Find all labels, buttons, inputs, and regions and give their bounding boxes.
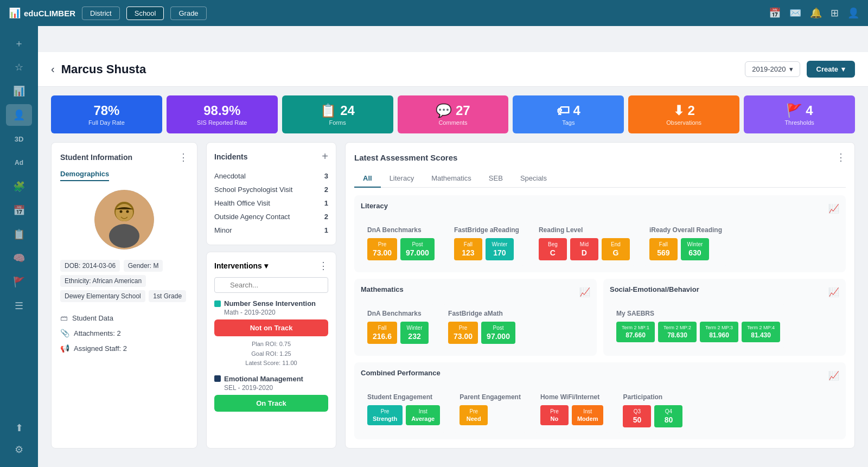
dna-benchmarks-title: DnA Benchmarks: [367, 226, 435, 234]
chevron-down-icon: ▾: [789, 65, 793, 73]
tab-literacy[interactable]: Literacy: [381, 170, 423, 188]
info-badges: DOB: 2014-03-06 Gender: M Ethnicity: Afr…: [60, 258, 188, 304]
mail-icon[interactable]: ✉️: [789, 7, 801, 19]
math-chart-icon[interactable]: 📈: [579, 287, 590, 297]
participation-chips: Q3 50 Q4 80: [623, 405, 682, 427]
calendar-icon[interactable]: 📅: [769, 7, 781, 19]
assessment-more-icon[interactable]: ⋮: [836, 151, 846, 163]
sidebar-item-puzzle[interactable]: 🧩: [6, 176, 32, 197]
math-label: Mathematics: [361, 285, 404, 293]
saebrs-chip-3: Term 2 MP:4 81.430: [742, 322, 780, 342]
tab-all[interactable]: All: [354, 170, 381, 188]
student-info-panel: Student Information ⋮ Demographics: [51, 142, 197, 449]
literacy-groups: DnA Benchmarks Pre 73.00 Post 97.000: [361, 221, 839, 266]
stats-bar: 78% Full Day Rate 98.9% SIS Reported Rat…: [51, 95, 855, 133]
fastbridge-title: FastBridge aReading: [454, 226, 519, 234]
wifi-chips: Pre No Inst Modem: [540, 405, 604, 425]
fastbridge-chip-1: Winter 170: [486, 238, 514, 260]
sidebar-item-calendar[interactable]: 📅: [6, 200, 32, 221]
brand-logo: 📊 eduCLIMBER: [9, 7, 75, 19]
interventions-more-icon[interactable]: ⋮: [318, 260, 328, 272]
incident-row-1: School Psychologist Visit 2: [214, 183, 328, 196]
sidebar-item-clipboard[interactable]: 📋: [6, 223, 32, 245]
user-icon[interactable]: 👤: [847, 7, 859, 19]
attachments-icon: 📎: [60, 329, 69, 337]
incident-label-3: Outside Agency Contact: [214, 213, 290, 221]
reading-chips: Beg C Mid D End G: [539, 238, 630, 260]
intervention-sub-0: Math - 2019-2020: [224, 309, 328, 316]
sidebar-item-settings[interactable]: ⚙: [6, 439, 32, 460]
reading-chip-1: Mid D: [570, 238, 598, 260]
sidebar-item-star[interactable]: ☆: [6, 56, 32, 78]
math-chip-1: Winter 232: [400, 322, 429, 344]
fastbridge-group: FastBridge aReading Fall 123 Winter 170: [448, 221, 526, 266]
stat-attendance[interactable]: 78% Full Day Rate: [51, 95, 162, 133]
mathematics-section: Mathematics 📈 DnA Benchmarks Fall 216.6: [354, 279, 597, 356]
stat-comments[interactable]: 💬 27 Comments: [398, 95, 509, 133]
stat-sis[interactable]: 98.9% SIS Reported Rate: [167, 95, 278, 133]
student-engagement-group: Student Engagement Pre Strength Inst Ave…: [361, 388, 446, 433]
combined-chart-icon[interactable]: 📈: [828, 370, 839, 381]
incident-count-0: 3: [324, 172, 328, 180]
on-track-badge-1: On Track: [214, 395, 328, 412]
interventions-expand-icon[interactable]: ▾: [264, 261, 268, 270]
school-badge: Dewey Elementary School: [60, 290, 145, 302]
math-dna-chips: Fall 216.6 Winter 232: [367, 322, 429, 344]
attachments-row[interactable]: 📎 Attachments: 2: [60, 325, 188, 341]
assigned-staff-row[interactable]: 📢 Assigned Staff: 2: [60, 341, 188, 356]
gender-badge: Gender: M: [124, 260, 163, 272]
stat-value-0: 78%: [60, 103, 154, 118]
incident-label-4: Minor: [214, 226, 232, 234]
sidebar-item-student[interactable]: 👤: [6, 104, 32, 126]
apps-icon[interactable]: ⊞: [831, 7, 839, 19]
incidents-card: Incidents + Anecdotal 3 School Psycholog…: [206, 142, 336, 245]
demographics-tab[interactable]: Demographics: [60, 170, 109, 181]
saebrs-chip-2: Term 2 MP:3 81.960: [700, 322, 738, 342]
nav-grade[interactable]: Grade: [170, 7, 206, 20]
seb-chart-icon[interactable]: 📈: [828, 287, 839, 297]
stat-observations[interactable]: ⬇ 2 Observations: [628, 95, 739, 133]
panel-menu-icon[interactable]: ⋮: [178, 151, 188, 163]
year-selector[interactable]: 2019-2020 ▾: [745, 61, 800, 77]
tab-mathematics[interactable]: Mathematics: [423, 170, 480, 188]
reading-chip-0: Beg C: [539, 238, 567, 260]
sidebar-item-add[interactable]: ＋: [6, 33, 32, 54]
back-button[interactable]: ‹: [51, 63, 55, 75]
math-dna-title: DnA Benchmarks: [367, 310, 429, 317]
incidents-add-button[interactable]: +: [322, 150, 328, 163]
stat-label-6: Thresholds: [752, 119, 846, 126]
sidebar-item-3d[interactable]: 3D: [6, 128, 32, 150]
participation-group: Participation Q3 50 Q4 80: [616, 388, 689, 433]
parent-engagement-chips: Pre Need: [459, 405, 521, 425]
sidebar-item-chart[interactable]: 📊: [6, 80, 32, 102]
wifi-chip-0: Pre No: [540, 405, 569, 425]
stat-thresholds[interactable]: 🚩 4 Thresholds: [744, 95, 855, 133]
bell-icon[interactable]: 🔔: [810, 7, 822, 19]
incident-row-3: Outside Agency Contact 2: [214, 210, 328, 223]
sidebar-item-upload[interactable]: ⬆: [6, 417, 32, 439]
participation-chip-1: Q4 80: [654, 405, 682, 427]
tab-seb[interactable]: SEB: [480, 170, 512, 188]
ethnicity-badge: Ethnicity: African American: [60, 275, 146, 287]
sidebar-item-flag[interactable]: 🚩: [6, 271, 32, 293]
interventions-search-input[interactable]: [214, 277, 328, 293]
nav-school[interactable]: School: [126, 7, 164, 20]
stat-tags[interactable]: 🏷 4 Tags: [513, 95, 624, 133]
nav-district[interactable]: District: [82, 7, 120, 20]
main-wrapper: ‹ Marcus Shusta 2019-2020 ▾ Create ▾ 78%…: [38, 52, 868, 467]
tab-specials[interactable]: Specials: [512, 170, 556, 188]
saebrs-chip-1: Term 2 MP:2 78.630: [658, 322, 697, 342]
stat-label-3: Comments: [406, 119, 500, 126]
sidebar-item-list[interactable]: ☰: [6, 295, 32, 317]
seb-section: Social-Emotional/Behavior 📈 My SAEBRS Te…: [603, 279, 846, 356]
student-data-row[interactable]: 🗃 Student Data: [60, 310, 188, 325]
sidebar-item-ad[interactable]: Ad: [6, 152, 32, 174]
literacy-chart-icon[interactable]: 📈: [828, 203, 839, 214]
sidebar-item-brain[interactable]: 🧠: [6, 247, 32, 269]
intervention-color-0: [214, 300, 221, 307]
math-dna-group: DnA Benchmarks Fall 216.6 Winter 232: [361, 304, 435, 349]
incident-count-4: 1: [324, 226, 328, 234]
wifi-title: Home WiFi/Internet: [540, 393, 604, 401]
stat-forms[interactable]: 📋 24 Forms: [282, 95, 393, 133]
create-button[interactable]: Create ▾: [807, 61, 855, 78]
